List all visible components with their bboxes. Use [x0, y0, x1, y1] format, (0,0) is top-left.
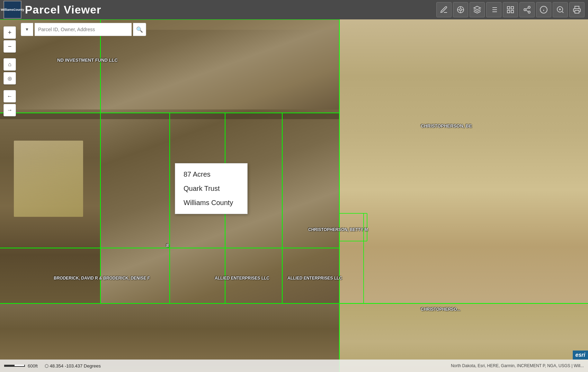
- parcel-owner: Quark Trust: [184, 185, 239, 193]
- grid-tool-button[interactable]: [503, 2, 518, 17]
- app-title: Parcel Viewer: [25, 3, 101, 16]
- williams-county-logo: Williams County: [3, 1, 21, 19]
- svg-line-21: [526, 8, 528, 9]
- parcel-county: Williams County: [184, 199, 239, 207]
- search-bar: ▼ 🔍: [21, 23, 146, 36]
- map-attribution: North Dakota, Esri, HERE, Garmin, INCREM…: [451, 363, 584, 368]
- zoom-in-button[interactable]: +: [3, 26, 16, 39]
- logo-area: Williams County Parcel Viewer: [3, 1, 101, 19]
- chevron-down-icon: ▼: [25, 27, 29, 32]
- coordinates-display: ⬡ 48.354 -103.437 Degrees: [45, 363, 101, 369]
- scale-bar-area: 600ft: [4, 363, 38, 369]
- svg-point-19: [528, 11, 530, 13]
- locate-icon: ◎: [8, 76, 12, 81]
- measure-tool-button[interactable]: [453, 2, 468, 17]
- search-input[interactable]: [35, 23, 132, 36]
- coordinates-text: ⬡: [45, 363, 50, 369]
- svg-rect-29: [575, 10, 579, 13]
- home-icon: ⌂: [8, 61, 11, 68]
- scale-label: 600ft: [28, 363, 38, 369]
- zoom-out-button[interactable]: −: [3, 40, 16, 53]
- header-toolbar: [436, 2, 585, 17]
- print-tool-button[interactable]: [569, 2, 585, 17]
- aerial-background: [0, 19, 588, 372]
- svg-marker-6: [474, 6, 481, 10]
- share-tool-button[interactable]: [519, 2, 535, 17]
- svg-point-18: [524, 9, 526, 11]
- esri-logo: esri: [573, 351, 588, 360]
- list-tool-button[interactable]: [486, 2, 501, 17]
- back-button[interactable]: ←: [3, 90, 16, 103]
- zoom-extent-button[interactable]: [553, 2, 568, 17]
- search-dropdown-button[interactable]: ▼: [21, 23, 33, 36]
- svg-rect-13: [507, 7, 510, 9]
- forward-button[interactable]: →: [3, 104, 16, 116]
- status-bar: 600ft ⬡ 48.354 -103.437 Degrees North Da…: [0, 360, 588, 372]
- svg-point-17: [528, 6, 530, 8]
- search-icon: 🔍: [136, 26, 143, 33]
- layers-tool-button[interactable]: [470, 2, 485, 17]
- svg-line-20: [526, 10, 528, 12]
- home-button[interactable]: ⌂: [3, 58, 16, 71]
- scale-bar: [4, 365, 25, 367]
- svg-rect-14: [511, 7, 514, 9]
- info-tool-button[interactable]: [536, 2, 551, 17]
- map-controls: + − ⌂ ◎ ← →: [3, 26, 16, 116]
- svg-rect-15: [507, 10, 510, 13]
- map-container[interactable]: ND INVESTMENT FUND LLC CHRISTOPHERSON, B…: [0, 19, 588, 372]
- draw-tool-button[interactable]: [436, 2, 452, 17]
- header-bar: Williams County Parcel Viewer: [0, 0, 588, 19]
- parcel-acres: 87 Acres: [184, 170, 239, 178]
- parcel-popup: 87 Acres Quark Trust Williams County: [175, 163, 248, 214]
- back-icon: ←: [7, 93, 12, 99]
- svg-rect-16: [511, 10, 514, 13]
- locate-button[interactable]: ◎: [3, 72, 16, 85]
- forward-icon: →: [7, 107, 12, 113]
- search-button[interactable]: 🔍: [133, 23, 146, 36]
- svg-point-1: [460, 9, 462, 11]
- svg-line-26: [562, 11, 563, 13]
